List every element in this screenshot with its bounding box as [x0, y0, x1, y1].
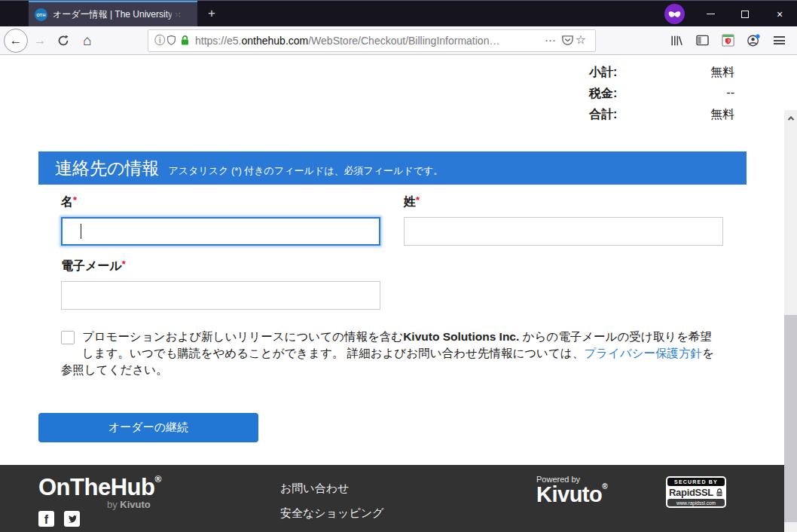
bookmark-star-icon[interactable]: ☆	[576, 32, 586, 47]
rapidssl-brand-row: RapidSSL	[667, 486, 725, 499]
continue-order-button[interactable]: オーダーの継続	[38, 413, 258, 442]
lock-icon[interactable]	[180, 35, 190, 46]
forward-button[interactable]: →	[29, 30, 50, 51]
tab-title-fade	[166, 5, 179, 25]
required-asterisk: *	[416, 194, 420, 206]
tax-value: --	[726, 86, 734, 102]
first-name-label: 名*	[61, 194, 380, 210]
account-button[interactable]	[742, 30, 765, 51]
back-icon: ←	[10, 33, 23, 48]
pocket-icon[interactable]	[561, 34, 574, 47]
scrollbar-thumb[interactable]	[784, 315, 797, 522]
toolbar-right-icons	[662, 30, 790, 51]
twitter-icon[interactable]	[64, 511, 80, 527]
email-input[interactable]	[61, 281, 380, 310]
total-label: 合計:	[589, 107, 617, 123]
email-label-text: 電子メール	[61, 259, 122, 272]
last-name-field-group: 姓*	[404, 194, 723, 246]
footer: OnTheHub® by Kivuto f お問い合わせ 安全なショッピング プ…	[0, 465, 797, 532]
account-icon	[747, 34, 760, 47]
brand-name: OnTheHub	[38, 474, 154, 500]
tab-title: オーダー情報 | The University of T	[53, 8, 172, 21]
privacy-policy-link[interactable]: プライバシー保護方針	[584, 347, 702, 359]
extension-button[interactable]	[716, 30, 739, 51]
consent-text-before: プロモーションおよび新しいリリースについての情報を含む	[82, 330, 403, 343]
url-path: /WebStore/Checkout/BillingInformation	[308, 35, 489, 47]
kivuto-registered-mark: ®	[602, 482, 607, 491]
back-button[interactable]: ←	[4, 29, 28, 53]
extension-icon	[722, 34, 734, 47]
kivuto-brand: Kivuto	[536, 482, 602, 506]
section-title: 連絡先の情報	[55, 157, 160, 180]
last-name-input[interactable]	[404, 217, 723, 246]
rapidssl-text: RapidSSL	[669, 487, 713, 498]
shield-icon[interactable]	[166, 35, 176, 46]
browser-tab[interactable]: OTH オーダー情報 | The University of T ×	[29, 1, 197, 27]
minimize-button[interactable]	[693, 1, 728, 27]
summary-row-total: 合計: 無料	[589, 107, 734, 123]
titlebar: OTH オーダー情報 | The University of T × + ×	[0, 0, 797, 26]
last-name-label-text: 姓	[404, 195, 416, 208]
url-text: https://e5.onthehub.com/WebStore/Checkou…	[195, 35, 499, 47]
minimize-icon	[707, 14, 715, 14]
window-controls: ×	[693, 1, 797, 27]
new-tab-button[interactable]: +	[203, 5, 220, 22]
email-row: 電子メール*	[61, 258, 723, 310]
window-close-icon: ×	[777, 8, 783, 20]
tax-label: 税金:	[589, 86, 617, 102]
library-icon	[670, 35, 682, 47]
first-name-label-text: 名	[61, 195, 73, 208]
consent-company: Kivuto Solutions Inc.	[403, 330, 519, 343]
menu-button[interactable]	[768, 30, 790, 51]
navigation-toolbar: ← → ⌂ ⓘ https://e5.onthehub.com/WebStore…	[0, 26, 797, 55]
scroll-up-icon	[787, 116, 793, 122]
total-value: 無料	[710, 107, 734, 123]
refresh-icon	[57, 35, 69, 47]
footer-link-contact[interactable]: お問い合わせ	[280, 482, 395, 496]
onthehub-logo: OnTheHub® by Kivuto	[38, 474, 161, 510]
footer-link-safe-shopping[interactable]: 安全なショッピング	[280, 506, 395, 521]
required-asterisk: *	[122, 258, 126, 270]
facebook-icon[interactable]: f	[38, 511, 54, 527]
url-scheme: https://e5.	[195, 35, 241, 47]
info-icon[interactable]: ⓘ	[154, 34, 165, 47]
page-content: 小計: 無料 税金: -- 合計: 無料 連絡先の情報 アスタリスク (*) 付…	[0, 55, 797, 532]
scroll-up-button[interactable]	[784, 112, 797, 124]
library-button[interactable]	[665, 30, 688, 51]
page-actions-icon[interactable]: ⋯	[545, 34, 557, 47]
menu-icon	[774, 36, 785, 44]
powered-by-kivuto: Powered by Kivuto®	[536, 475, 607, 507]
rapidssl-lock-icon	[716, 488, 723, 497]
home-button[interactable]: ⌂	[76, 30, 99, 51]
email-field-group: 電子メール*	[61, 258, 380, 310]
rapidssl-url-text: www.rapidssl.com	[667, 499, 725, 506]
contact-form: 名* 姓* 電子メール*	[61, 194, 723, 310]
secured-by-text: SECURED BY	[667, 478, 725, 486]
contact-info-section-header: 連絡先の情報 アスタリスク (*) 付きのフィールドは、必須フィールドです。	[38, 151, 747, 185]
section-subtitle: アスタリスク (*) 付きのフィールドは、必須フィールドです。	[169, 164, 444, 178]
first-name-input[interactable]	[61, 217, 380, 246]
promo-consent-checkbox[interactable]	[61, 331, 75, 344]
text-caret	[81, 224, 81, 239]
summary-row-tax: 税金: --	[589, 86, 734, 102]
order-summary: 小計: 無料 税金: -- 合計: 無料	[589, 65, 734, 128]
refresh-button[interactable]	[52, 30, 75, 51]
by-kivuto-brand: Kivuto	[120, 499, 150, 510]
home-icon: ⌂	[83, 32, 91, 49]
subtotal-label: 小計:	[589, 65, 617, 81]
sidebar-button[interactable]	[691, 30, 713, 51]
footer-links: お問い合わせ 安全なショッピング プライバシー保護方針	[280, 482, 395, 532]
url-truncation: …	[489, 35, 499, 47]
window-close-button[interactable]: ×	[762, 1, 797, 27]
subtotal-value: 無料	[710, 65, 734, 81]
social-icons: f	[38, 511, 80, 527]
promo-consent: プロモーションおよび新しいリリースについての情報を含むKivuto Soluti…	[61, 329, 718, 378]
url-bar[interactable]: ⓘ https://e5.onthehub.com/WebStore/Check…	[148, 29, 596, 52]
vertical-scrollbar[interactable]	[784, 110, 797, 532]
site-favicon-icon: OTH	[35, 8, 47, 21]
name-row: 名* 姓*	[61, 194, 723, 246]
forward-icon: →	[34, 33, 47, 48]
summary-row-subtotal: 小計: 無料	[589, 65, 734, 81]
maximize-icon	[741, 11, 749, 18]
maximize-button[interactable]	[728, 1, 762, 27]
